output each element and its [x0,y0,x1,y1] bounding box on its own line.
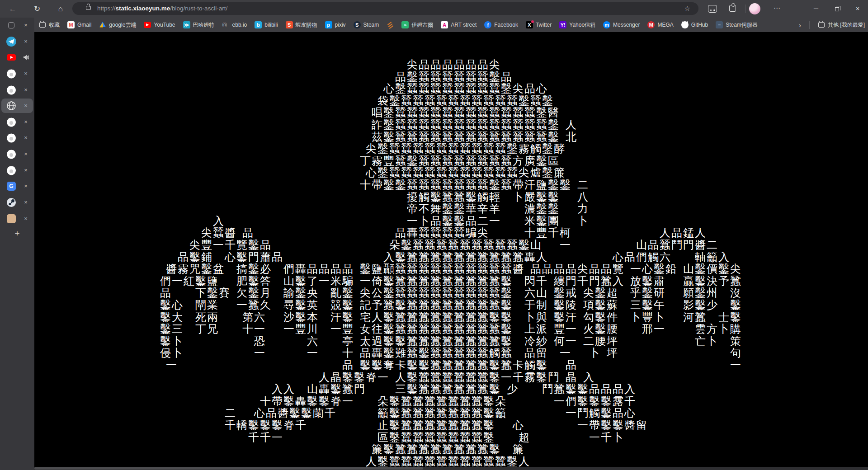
close-tab-icon[interactable]: × [23,195,29,210]
refresh-icon[interactable]: ↻ [29,0,45,18]
art-char: 蠶 [471,143,483,155]
audio-playing-icon[interactable] [23,50,29,65]
close-tab-icon[interactable]: × [23,163,29,178]
bookmark-item[interactable]: 收藏 [36,19,63,30]
bookmark-item[interactable]: SSteam [350,19,382,30]
art-char: 蠶 [430,263,442,275]
bookmark-item[interactable]: bbilibili [251,19,281,30]
letter-icon: p [325,21,332,28]
bookmark-item[interactable]: google雲端 [96,19,139,30]
art-char: 品 [524,83,536,95]
bookmark-item[interactable]: »伊姆古爾 [398,19,436,30]
sidebar-tab-active[interactable]: × [1,99,33,113]
sidebar-tab[interactable]: × [1,195,33,210]
url-text[interactable]: https://static.xiaoeyun.me/blog/rust-to-… [97,2,227,15]
bookmark-item[interactable]: mMessenger [600,19,643,30]
bookmark-item[interactable]: AART street [438,19,480,30]
back-icon[interactable]: ← [5,0,20,18]
art-char: 河 [683,311,694,324]
settings-menu-icon[interactable]: ⋯ [771,0,783,18]
horizontal-scrollbar[interactable] [34,467,868,470]
bookmark-item[interactable]: ppixiv [322,19,349,30]
art-char: 一 [271,432,283,444]
extensions-puzzle-icon[interactable] [729,5,736,12]
bookmark-item[interactable] [383,19,397,30]
art-char: 乎 [630,287,642,299]
pinned-extension-icon[interactable] [708,5,717,13]
bookmark-item[interactable]: (ö)ebb.io [219,19,250,30]
art-char: 鑿 [694,287,706,299]
sidebar-tab[interactable] [1,50,33,65]
art-char: 觸 [418,191,430,203]
bookmark-item[interactable]: S蝦皮購物 [283,19,321,30]
address-bar[interactable]: https://static.xiaoeyun.me/blog/rust-to-… [72,2,698,15]
art-char: 沒 [730,287,741,299]
art-char: 蠶 [401,95,412,107]
art-char: 鑿 [383,287,395,299]
art-char: 一 [254,323,265,335]
art-char: 死 [195,311,207,324]
sidebar-tab[interactable]: × [1,147,33,161]
favorite-star-icon[interactable]: ☆ [684,2,690,15]
sidebar-tab[interactable]: G× [1,179,33,193]
close-tab-icon[interactable]: × [23,83,29,97]
art-char: 蠶 [395,287,406,299]
art-char: 鑿 [730,311,741,324]
bookmark-item[interactable]: fFacebook [481,19,521,30]
close-tab-icon[interactable]: × [23,34,29,49]
art-char: 尋 [283,299,295,311]
close-tab-icon[interactable]: × [23,99,29,113]
bookmark-other-folder[interactable]: 其他 [我的最愛] [815,19,868,30]
bookmarks-overflow-chevron[interactable]: › [794,21,806,29]
close-tab-icon[interactable]: × [23,147,29,161]
art-char: 蠶 [500,263,512,275]
close-button[interactable]: × [847,0,868,18]
art-char: 觸 [530,143,542,155]
restore-button[interactable] [826,0,847,18]
bookmark-item[interactable]: GitHub [678,19,711,30]
bookmark-item[interactable]: MGmail [64,19,94,30]
bookmark-item[interactable]: Y!Yahoo信箱 [556,19,599,30]
art-char: 蠶 [489,299,500,311]
art-char: 霧 [524,371,536,384]
art-char: 尖 [583,287,594,299]
art-char: 蠶 [389,167,401,179]
art-char: 鑿 [500,83,512,95]
new-tab-button[interactable]: + [1,227,33,241]
sidebar-tab[interactable]: × [1,18,33,33]
art-char: 賽 [218,287,230,299]
sidebar-tab[interactable]: × [1,131,33,145]
bookmark-item[interactable]: XTwitter [523,19,555,30]
sidebar-tab[interactable]: × [1,212,33,226]
art-char: 蠶 [500,179,512,191]
profile-avatar[interactable] [749,3,760,14]
art-char: 蠶 [730,275,741,287]
close-tab-icon[interactable]: × [23,179,29,193]
art-char: 一 [342,395,354,408]
close-tab-icon[interactable]: × [23,131,29,145]
close-tab-icon[interactable]: × [23,212,29,226]
home-icon[interactable]: ⌂ [53,0,68,18]
sidebar-tab[interactable]: × [1,34,33,49]
bookmark-item[interactable]: ≫巴哈姆特 [180,19,218,30]
lock-icon[interactable] [86,6,91,10]
sidebar-tab[interactable]: × [1,163,33,178]
art-char: 鑿 [547,119,559,131]
art-char: 鑿 [430,191,442,203]
art-char: 朵 [389,239,401,251]
sidebar-tab[interactable]: × [1,66,33,81]
sidebar-tab[interactable]: × [1,115,33,129]
art-char: 一 [318,275,330,287]
minimize-button[interactable]: ─ [806,0,826,18]
bookmark-item[interactable]: ▶YouTube [141,19,178,30]
art-char: 入 [383,251,395,263]
close-tab-icon[interactable]: × [23,115,29,129]
scrollbar-thumb[interactable] [34,467,423,470]
sidebar-tab[interactable]: × [1,83,33,97]
art-char: 鑿 [389,432,401,444]
art-char: 鑿 [342,287,354,299]
bookmark-item[interactable]: ≡Steam伺服器 [712,19,761,30]
bookmark-item[interactable]: MMEGA [644,19,676,30]
close-tab-icon[interactable]: × [23,66,29,81]
close-tab-icon[interactable]: × [23,18,29,33]
